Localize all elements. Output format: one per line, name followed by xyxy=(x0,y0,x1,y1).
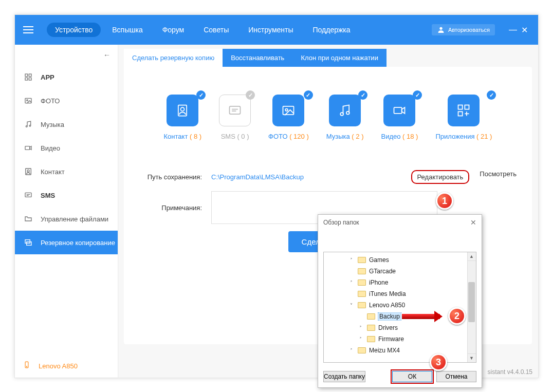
sidebar: ← APP ФОТО Музыка Видео Контакт SMS Упра… xyxy=(15,45,118,378)
image-icon xyxy=(23,96,33,106)
category-label: SMS ( 0 ) xyxy=(221,133,249,140)
svg-rect-4 xyxy=(29,78,31,80)
scroll-up-icon[interactable]: ▲ xyxy=(467,252,476,261)
folder-name: Lenovo A850 xyxy=(369,302,405,309)
expand-icon[interactable]: ˃ xyxy=(347,348,355,353)
category-contact[interactable]: Контакт ( 8 ) xyxy=(164,95,202,140)
svg-rect-12 xyxy=(25,193,31,197)
sidebar-item-label: APP xyxy=(41,73,54,81)
tree-item[interactable]: GTarcade xyxy=(324,266,476,277)
user-icon xyxy=(437,26,445,34)
sms-icon xyxy=(23,190,33,200)
sidebar-item-contact[interactable]: Контакт xyxy=(15,160,118,183)
view-path-link[interactable]: Посмотреть xyxy=(480,170,517,184)
minimize-button[interactable]: — xyxy=(507,25,519,34)
backup-icon xyxy=(23,237,33,248)
tree-item[interactable]: ˃Games xyxy=(324,254,476,266)
category-label: Контакт ( 8 ) xyxy=(164,133,202,140)
titlebar: Устройство Вспышка Форум Советы Инструме… xyxy=(15,15,538,45)
sidebar-collapse[interactable]: ← xyxy=(15,45,118,65)
sidebar-item-backup[interactable]: Резервное копирование xyxy=(15,231,118,254)
menu-icon[interactable] xyxy=(23,26,33,33)
category-video[interactable]: Видео ( 18 ) xyxy=(381,95,418,140)
auth-button[interactable]: Авторизоваться xyxy=(432,24,495,35)
scroll-down-icon[interactable]: ▼ xyxy=(467,353,476,362)
tab-clone[interactable]: Клон при одном нажатии xyxy=(292,49,386,67)
folder-name: Drivers xyxy=(378,324,398,331)
cancel-button[interactable]: Отмена xyxy=(436,371,476,382)
version-label: sistant v4.4.0.15 xyxy=(488,368,532,376)
folder-name: iTunes Media xyxy=(369,290,406,297)
sidebar-item-label: Контакт xyxy=(41,168,65,176)
sidebar-item-photo[interactable]: ФОТО xyxy=(15,89,118,113)
sidebar-item-label: ФОТО xyxy=(41,97,60,105)
save-path-label: Путь сохранения: xyxy=(139,173,211,181)
ok-button[interactable]: ОК xyxy=(392,371,432,382)
tree-item[interactable]: ˃Meizu MX4 xyxy=(324,345,476,356)
category-label: Музыка ( 2 ) xyxy=(326,133,364,140)
sidebar-item-app[interactable]: APP xyxy=(15,65,118,89)
make-folder-button[interactable]: Создать папку xyxy=(323,371,365,382)
nav-forum[interactable]: Форум xyxy=(154,23,193,37)
check-icon xyxy=(196,90,206,100)
save-path-value: C:\ProgramData\LMSA\Backup xyxy=(211,173,304,181)
edit-path-link[interactable]: Редактировать xyxy=(411,170,470,184)
category-sms[interactable]: SMS ( 0 ) xyxy=(219,95,251,140)
category-photo[interactable]: ФОТО ( 120 ) xyxy=(268,95,309,140)
tree-item[interactable]: ˃iPhone xyxy=(324,277,476,288)
tab-restore[interactable]: Восстанавливать xyxy=(223,49,292,67)
expand-icon[interactable]: ˃ xyxy=(357,325,364,331)
tree-item[interactable]: ˃Firmware xyxy=(324,333,476,345)
device-name[interactable]: Lenovo A850 xyxy=(15,354,118,378)
contact-icon xyxy=(23,166,33,177)
sidebar-item-label: Управление файлами xyxy=(41,215,108,223)
sidebar-item-sms[interactable]: SMS xyxy=(15,183,118,207)
nav-support[interactable]: Поддержка xyxy=(305,23,359,37)
dialog-titlebar: Обзор папок ✕ xyxy=(318,215,482,230)
apps-icon xyxy=(448,95,480,126)
nav-tools[interactable]: Инструменты xyxy=(240,23,301,37)
folder-icon xyxy=(358,347,366,353)
nav-device[interactable]: Устройство xyxy=(47,23,101,37)
category-label: Видео ( 18 ) xyxy=(381,133,418,140)
folder-name: Backup xyxy=(378,313,401,320)
tab-backup[interactable]: Сделать резервную копию xyxy=(124,49,223,67)
svg-rect-20 xyxy=(283,106,294,115)
notes-label: Примечания: xyxy=(139,204,211,212)
contact-icon xyxy=(167,95,198,126)
expand-icon[interactable]: ˅ xyxy=(347,303,355,308)
annotation-arrow xyxy=(402,314,440,319)
video-icon xyxy=(23,143,33,153)
dialog-close-icon[interactable]: ✕ xyxy=(470,218,476,227)
check-icon xyxy=(246,90,255,100)
folder-name: GTarcade xyxy=(369,268,396,275)
svg-point-18 xyxy=(181,107,185,111)
expand-icon[interactable]: ˃ xyxy=(357,337,364,342)
sidebar-item-files[interactable]: Управление файлами xyxy=(15,207,118,231)
category-apps[interactable]: Приложения ( 21 ) xyxy=(435,95,492,140)
folder-name: Meizu MX4 xyxy=(369,347,400,354)
sms-icon xyxy=(219,95,251,126)
expand-icon[interactable]: ˃ xyxy=(347,257,355,263)
expand-icon[interactable]: ˃ xyxy=(347,280,355,286)
category-row: Контакт ( 8 )SMS ( 0 )ФОТО ( 120 )Музыка… xyxy=(139,95,517,140)
auth-label: Авторизоваться xyxy=(448,27,490,33)
backup-tabs: Сделать резервную копию Восстанавливать … xyxy=(124,49,532,67)
close-button[interactable]: ✕ xyxy=(519,25,530,35)
category-music[interactable]: Музыка ( 2 ) xyxy=(326,95,364,140)
folder-name: Firmware xyxy=(378,335,404,343)
sidebar-item-video[interactable]: Видео xyxy=(15,136,118,160)
svg-point-7 xyxy=(26,126,27,127)
nav-flash[interactable]: Вспышка xyxy=(104,23,151,37)
folder-icon xyxy=(358,291,366,297)
folder-icon xyxy=(358,302,366,308)
folder-icon xyxy=(358,268,366,274)
scrollbar-thumb[interactable] xyxy=(468,282,475,322)
nav-tips[interactable]: Советы xyxy=(195,23,237,37)
sidebar-item-label: SMS xyxy=(41,192,55,199)
tree-item[interactable]: iTunes Media xyxy=(324,288,476,300)
sidebar-item-label: Музыка xyxy=(41,121,64,128)
annotation-badge-2: 2 xyxy=(448,307,466,325)
svg-point-16 xyxy=(26,366,27,367)
sidebar-item-music[interactable]: Музыка xyxy=(15,113,118,136)
